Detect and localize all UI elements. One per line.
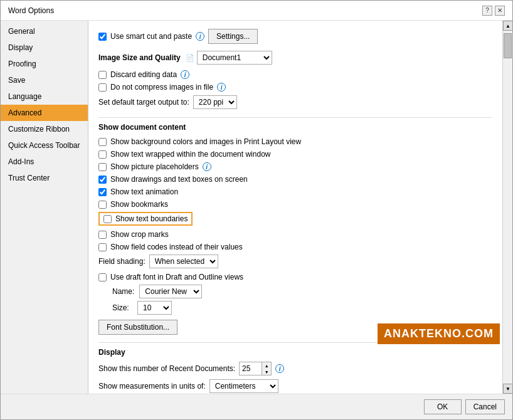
scrollbar-up-btn[interactable]: ▲ bbox=[503, 21, 512, 31]
bg-colors-label: Show background colors and images in Pri… bbox=[110, 137, 301, 146]
bg-colors-checkbox[interactable] bbox=[98, 138, 107, 146]
ok-button[interactable]: OK bbox=[424, 399, 462, 414]
field-shading-label: Field shading: bbox=[98, 257, 145, 266]
cancel-button[interactable]: Cancel bbox=[465, 399, 505, 414]
recent-docs-label: Show this number of Recent Documents: bbox=[98, 364, 235, 373]
doc-emoji: 📄 bbox=[186, 54, 194, 62]
text-animation-label: Show text animation bbox=[110, 187, 178, 196]
recent-docs-row: Show this number of Recent Documents: ▲ … bbox=[98, 362, 492, 375]
no-compress-checkbox[interactable] bbox=[98, 83, 107, 92]
text-animation-row: Show text animation bbox=[98, 187, 492, 197]
sidebar-item-quick-access-toolbar[interactable]: Quick Access Toolbar bbox=[1, 137, 88, 154]
no-compress-row: Do not compress images in file i bbox=[98, 82, 492, 92]
word-options-dialog: Word Options ? ✕ General Display Proofin… bbox=[0, 0, 513, 420]
show-doc-content-section: Show document content Show background co… bbox=[98, 123, 492, 335]
drawings-textboxes-row: Show drawings and text boxes on screen bbox=[98, 174, 492, 184]
scrollbar-thumb[interactable] bbox=[504, 33, 512, 58]
dialog-footer: OK Cancel bbox=[1, 394, 512, 419]
picture-placeholders-label: Show picture placeholders bbox=[110, 162, 199, 171]
sidebar-item-customize-ribbon[interactable]: Customize Ribbon bbox=[1, 121, 88, 137]
font-name-select[interactable]: Courier New bbox=[139, 285, 202, 298]
smart-cut-info-icon[interactable]: i bbox=[196, 32, 204, 41]
image-section-header: Image Size and Quality 📄 Document1 bbox=[98, 51, 492, 65]
picture-placeholders-row: Show picture placeholders i bbox=[98, 162, 492, 172]
text-boundaries-highlighted-row: Show text boundaries bbox=[98, 212, 193, 226]
target-output-row: Set default target output to: 220 ppi 15… bbox=[98, 95, 492, 110]
font-name-label: Name: bbox=[112, 287, 134, 296]
measurements-label: Show measurements in units of: bbox=[98, 382, 206, 391]
recent-docs-spinner[interactable]: ▲ ▼ bbox=[239, 362, 272, 375]
dialog-title: Word Options bbox=[8, 6, 54, 15]
display-section-header: Display bbox=[98, 348, 492, 357]
discard-editing-row: Discard editing data i bbox=[98, 70, 492, 80]
doc-icon: 📄 Document1 bbox=[186, 51, 272, 65]
field-codes-row: Show field codes instead of their values bbox=[98, 242, 492, 252]
field-codes-label: Show field codes instead of their values bbox=[110, 243, 243, 251]
picture-placeholders-info-icon[interactable]: i bbox=[203, 162, 211, 171]
discard-info-icon[interactable]: i bbox=[181, 70, 189, 79]
sidebar-item-proofing[interactable]: Proofing bbox=[1, 56, 88, 72]
scrollbar-down-btn[interactable]: ▼ bbox=[503, 384, 512, 394]
sidebar-item-display[interactable]: Display bbox=[1, 39, 88, 56]
settings-button[interactable]: Settings... bbox=[208, 29, 258, 44]
font-size-select[interactable]: 10 bbox=[137, 301, 172, 315]
recent-docs-down-arrow[interactable]: ▼ bbox=[262, 369, 271, 375]
draft-font-row: Use draft font in Draft and Outline view… bbox=[98, 272, 492, 282]
crop-marks-label: Show crop marks bbox=[110, 230, 169, 239]
crop-marks-row: Show crop marks bbox=[98, 229, 492, 239]
text-animation-checkbox[interactable] bbox=[98, 188, 107, 196]
sidebar-item-advanced[interactable]: Advanced bbox=[1, 105, 88, 121]
watermark: ANAKTEKNO.COM bbox=[378, 323, 500, 344]
draft-font-checkbox[interactable] bbox=[98, 273, 107, 281]
smart-cut-paste-label: Use smart cut and paste bbox=[110, 32, 192, 41]
scrollbar[interactable]: ▲ ▼ bbox=[502, 21, 512, 394]
measurements-select[interactable]: Centimeters Inches Millimeters Points Pi… bbox=[209, 379, 278, 393]
field-codes-checkbox[interactable] bbox=[98, 243, 107, 251]
help-button[interactable]: ? bbox=[482, 6, 492, 16]
discard-editing-label: Discard editing data bbox=[110, 70, 177, 79]
target-output-select[interactable]: 220 ppi 150 ppi 96 ppi bbox=[193, 95, 237, 109]
sidebar-item-save[interactable]: Save bbox=[1, 72, 88, 88]
drawings-textboxes-checkbox[interactable] bbox=[98, 176, 107, 184]
recent-docs-arrows: ▲ ▼ bbox=[262, 362, 271, 375]
image-quality-section: Image Size and Quality 📄 Document1 Disca… bbox=[98, 51, 492, 110]
font-name-row: Name: Courier New bbox=[112, 285, 492, 298]
sidebar-item-general[interactable]: General bbox=[1, 23, 88, 39]
font-size-label: Size: bbox=[112, 303, 132, 312]
bg-colors-row: Show background colors and images in Pri… bbox=[98, 137, 492, 147]
smart-cut-paste-checkbox[interactable] bbox=[98, 33, 107, 41]
crop-marks-checkbox[interactable] bbox=[98, 231, 107, 239]
smart-cut-paste-row: Use smart cut and paste i Settings... bbox=[98, 28, 492, 45]
no-compress-info-icon[interactable]: i bbox=[217, 83, 226, 92]
close-button[interactable]: ✕ bbox=[495, 6, 505, 16]
bookmarks-row: Show bookmarks bbox=[98, 199, 492, 209]
sidebar-item-add-ins[interactable]: Add-Ins bbox=[1, 154, 88, 170]
text-boundaries-checkbox[interactable] bbox=[103, 215, 112, 223]
text-wrapped-row: Show text wrapped within the document wi… bbox=[98, 149, 492, 159]
sidebar-item-language[interactable]: Language bbox=[1, 88, 88, 105]
draft-font-label: Use draft font in Draft and Outline view… bbox=[110, 273, 243, 281]
show-doc-content-header: Show document content bbox=[98, 123, 492, 132]
field-shading-row: Field shading: When selected Always Neve… bbox=[98, 255, 492, 268]
target-output-label: Set default target output to: bbox=[98, 98, 189, 107]
field-shading-select[interactable]: When selected Always Never bbox=[149, 255, 218, 268]
title-bar: Word Options ? ✕ bbox=[1, 1, 512, 21]
recent-docs-info-icon[interactable]: i bbox=[275, 364, 284, 373]
sidebar: General Display Proofing Save Language A… bbox=[1, 21, 88, 394]
sidebar-item-trust-center[interactable]: Trust Center bbox=[1, 170, 88, 186]
picture-placeholders-checkbox[interactable] bbox=[98, 163, 107, 171]
document-select[interactable]: Document1 bbox=[197, 51, 272, 65]
bookmarks-label: Show bookmarks bbox=[110, 200, 168, 209]
recent-docs-input[interactable] bbox=[240, 362, 262, 375]
recent-docs-up-arrow[interactable]: ▲ bbox=[262, 362, 271, 369]
title-bar-controls: ? ✕ bbox=[482, 6, 505, 16]
text-boundaries-label: Show text boundaries bbox=[115, 214, 188, 223]
no-compress-label: Do not compress images in file bbox=[110, 83, 213, 92]
bookmarks-checkbox[interactable] bbox=[98, 201, 107, 209]
image-section-label: Image Size and Quality bbox=[98, 53, 181, 62]
divider-1 bbox=[98, 117, 492, 118]
font-substitution-button[interactable]: Font Substitution... bbox=[98, 320, 177, 335]
discard-editing-checkbox[interactable] bbox=[98, 71, 107, 79]
text-wrapped-checkbox[interactable] bbox=[98, 150, 107, 159]
font-size-row: Size: 10 bbox=[112, 301, 492, 315]
